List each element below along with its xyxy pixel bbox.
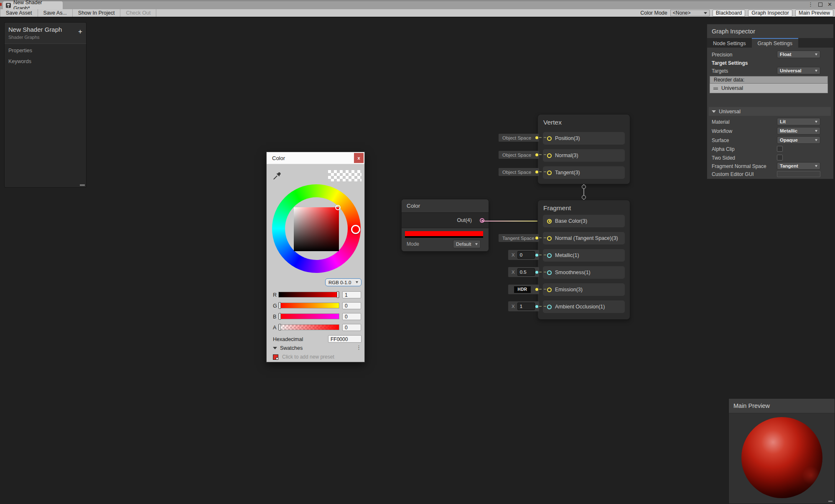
maximize-icon[interactable] — [818, 3, 822, 7]
b-slider-thumb[interactable] — [279, 313, 281, 320]
hue-selector-knob[interactable] — [351, 225, 360, 234]
tab-node-settings[interactable]: Node Settings — [707, 38, 752, 48]
a-slider-thumb[interactable] — [279, 324, 281, 331]
smoothness-port[interactable] — [547, 270, 552, 275]
workflow-dropdown[interactable]: Metallic — [777, 127, 820, 135]
vertex-slot-position[interactable]: Position(3) — [543, 132, 625, 145]
a-slider-track[interactable] — [278, 324, 339, 330]
tangent-space-label[interactable]: Object Space — [499, 168, 539, 176]
hexadecimal-field[interactable]: FF0000 — [328, 335, 361, 343]
smoothness-value-input[interactable]: 0.5 — [517, 268, 535, 276]
preview-sphere[interactable] — [741, 417, 822, 498]
color-mode-select[interactable]: RGB 0-1.0 — [325, 278, 361, 286]
normal-space-label[interactable]: Object Space — [499, 151, 539, 159]
custom-editor-gui-field[interactable] — [777, 171, 820, 177]
add-preset-hint[interactable]: Click to add new preset — [282, 354, 334, 360]
saturation-value-knob[interactable] — [335, 205, 341, 210]
r-slider-thumb[interactable] — [337, 291, 339, 298]
vertex-slot-normal[interactable]: Normal(3) — [543, 149, 625, 162]
add-property-button[interactable]: + — [78, 28, 82, 35]
blackboard-section-properties[interactable]: Properties — [5, 44, 86, 55]
drag-handle-icon[interactable] — [713, 87, 718, 90]
swatches-label[interactable]: Swatches — [280, 345, 303, 351]
alpha-clip-checkbox[interactable] — [777, 146, 783, 152]
saturation-value-square[interactable] — [294, 207, 339, 251]
close-icon[interactable]: ✕ — [827, 2, 832, 7]
fragment-context-node[interactable]: Fragment Base Color(3) Normal (Tangent S… — [537, 200, 630, 320]
r-slider-track[interactable] — [278, 292, 339, 298]
emission-port[interactable] — [547, 288, 552, 292]
vertex-context-node[interactable]: Vertex Position(3) Normal(3) Tangent(3) — [537, 114, 630, 184]
fragment-normal-space-label: Fragment Normal Space — [712, 163, 766, 169]
b-slider-track[interactable] — [278, 313, 339, 319]
reorder-item-universal[interactable]: Universal — [710, 84, 828, 93]
fragment-slot-normal[interactable]: Normal (Tangent Space)(3) — [543, 232, 625, 244]
two-sided-checkbox[interactable] — [777, 155, 783, 160]
metallic-value-input[interactable]: 0 — [517, 251, 535, 259]
precision-dropdown[interactable]: Float — [777, 51, 820, 58]
check-out-button[interactable]: Check Out — [120, 9, 156, 17]
color-node-out-row: Out(4) — [402, 213, 489, 228]
universal-foldout-header[interactable]: Universal — [709, 107, 831, 116]
color-picker-title: Color — [272, 155, 285, 161]
save-as-button[interactable]: Save As... — [38, 9, 73, 17]
wire-color-out-to-base-color[interactable] — [481, 221, 547, 221]
tab-graph-settings[interactable]: Graph Settings — [752, 38, 798, 48]
normal-port[interactable] — [547, 153, 552, 158]
ambient-occlusion-value-input[interactable]: 1 — [517, 303, 535, 310]
hdr-color-swatch[interactable]: HDR — [514, 286, 531, 293]
color-node[interactable]: Color Out(4) Mode Default — [401, 199, 489, 252]
normal-ts-port[interactable] — [547, 236, 552, 241]
position-port[interactable] — [547, 136, 552, 141]
g-slider-thumb[interactable] — [279, 302, 281, 309]
position-space-label[interactable]: Object Space — [499, 134, 539, 142]
unity-logo-sliver — [0, 3, 2, 6]
r-value-field[interactable]: 1 — [342, 291, 361, 298]
graph-inspector-toggle-button[interactable]: Graph Inspector — [748, 10, 792, 17]
color-node-swatch[interactable] — [405, 231, 483, 238]
g-value-field[interactable]: 0 — [342, 302, 361, 309]
eyedropper-icon[interactable] — [272, 171, 281, 181]
targets-dropdown[interactable]: Universal — [777, 67, 820, 74]
show-in-project-button[interactable]: Show In Project — [73, 9, 121, 17]
main-preview-toggle-button[interactable]: Main Preview — [795, 10, 833, 17]
fragment-slot-base-color[interactable]: Base Color(3) — [543, 215, 625, 227]
out-port-label: Out(4) — [457, 217, 472, 223]
g-slider-track[interactable] — [278, 303, 339, 308]
save-asset-button[interactable]: Save Asset — [0, 9, 38, 17]
fragment-slot-metallic[interactable]: Metallic(1) — [543, 249, 625, 262]
add-preset-swatch-icon[interactable] — [273, 354, 278, 360]
blackboard-section-keywords[interactable]: Keywords — [5, 55, 86, 66]
color-node-header[interactable]: Color — [402, 199, 489, 213]
color-mode-dropdown[interactable]: <None> — [670, 10, 710, 16]
swatches-foldout-triangle-icon[interactable] — [273, 347, 277, 349]
b-value-field[interactable]: 0 — [342, 313, 361, 320]
main-preview-titlebar[interactable]: Main Preview — [729, 399, 835, 413]
normal-space-binding-label[interactable]: Tangent Space — [499, 234, 539, 242]
color-picker-titlebar[interactable]: Color x — [267, 152, 364, 164]
blackboard-toggle-button[interactable]: Blackboard — [713, 10, 746, 17]
blackboard-title: New Shader Graph — [8, 26, 86, 33]
color-picker-close-button[interactable]: x — [354, 153, 364, 163]
blackboard-resize-handle[interactable] — [80, 184, 85, 186]
fragment-normal-space-dropdown[interactable]: Tangent — [777, 162, 820, 170]
material-dropdown[interactable]: Lit — [777, 118, 820, 125]
preview-resize-handle[interactable] — [828, 501, 832, 502]
fragment-slot-smoothness[interactable]: Smoothness(1) — [543, 266, 625, 279]
tab-new-shader-graph[interactable]: New Shader Graph* — [3, 1, 63, 9]
vertex-slot-tangent[interactable]: Tangent(3) — [543, 166, 625, 179]
base-color-port[interactable] — [547, 219, 552, 224]
window-menu-icon[interactable]: ⋮ — [808, 2, 813, 7]
tangent-port[interactable] — [547, 171, 552, 175]
surface-dropdown[interactable]: Opaque — [777, 136, 820, 144]
ambient-occlusion-port[interactable] — [547, 305, 552, 309]
emission-default-field: HDR — [508, 285, 539, 294]
metallic-port[interactable] — [547, 253, 552, 258]
mode-dropdown[interactable]: Default — [453, 240, 481, 248]
a-value-field[interactable]: 0 — [342, 324, 361, 331]
titlebar-top-strip — [0, 0, 835, 1]
fragment-slot-ambient-occlusion[interactable]: Ambient Occlusion(1) — [543, 300, 625, 313]
fragment-slot-emission[interactable]: Emission(3) — [543, 283, 625, 296]
swatches-menu-icon[interactable]: ⋮ — [356, 344, 361, 351]
position-default-dot — [535, 136, 538, 139]
